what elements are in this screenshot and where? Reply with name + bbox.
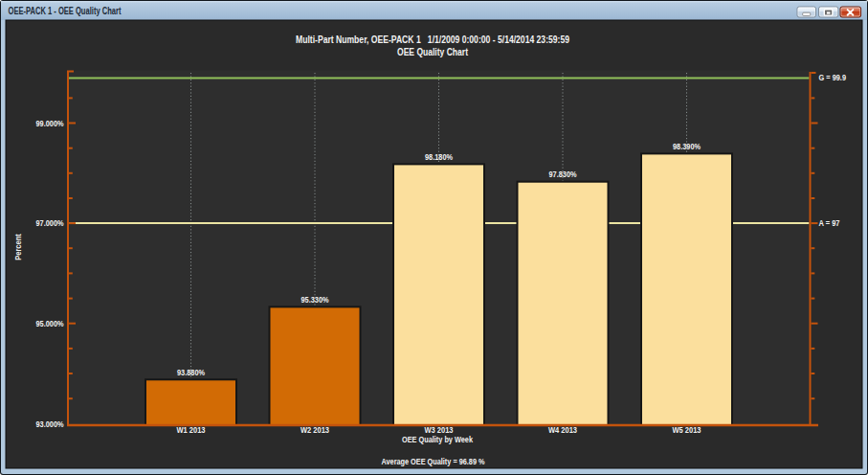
svg-text:G = 99.9: G = 99.9 <box>819 73 847 82</box>
svg-text:95.000%: 95.000% <box>36 319 64 328</box>
svg-text:93.880%: 93.880% <box>177 368 205 377</box>
svg-text:W5 2013: W5 2013 <box>673 425 701 435</box>
svg-text:Percent: Percent <box>12 234 23 260</box>
svg-text:95.330%: 95.330% <box>301 295 329 305</box>
svg-text:97.830%: 97.830% <box>549 170 577 179</box>
svg-text:A = 97: A = 97 <box>819 218 840 228</box>
svg-text:98.180%: 98.180% <box>425 152 453 162</box>
svg-text:Average OEE Quality = 96.89 %: Average OEE Quality = 96.89 % <box>382 456 485 466</box>
svg-text:97.000%: 97.000% <box>36 218 64 228</box>
svg-text:W3 2013: W3 2013 <box>425 425 454 435</box>
svg-text:W1 2013: W1 2013 <box>177 425 206 435</box>
svg-text:99.000%: 99.000% <box>36 119 64 128</box>
svg-text:OEE-PACK 1 - OEE Quality Chart: OEE-PACK 1 - OEE Quality Chart <box>9 5 122 16</box>
svg-text:Multi-Part Number, OEE-PACK 1: Multi-Part Number, OEE-PACK 1 1/1/2009 0… <box>296 34 569 45</box>
svg-text:OEE Quality by Week: OEE Quality by Week <box>402 434 474 444</box>
svg-text:93.000%: 93.000% <box>36 419 64 429</box>
svg-text:OEE Quality Chart: OEE Quality Chart <box>397 47 469 57</box>
svg-text:W2 2013: W2 2013 <box>300 425 329 435</box>
svg-text:98.390%: 98.390% <box>673 142 701 151</box>
svg-text:W4 2013: W4 2013 <box>548 425 577 435</box>
